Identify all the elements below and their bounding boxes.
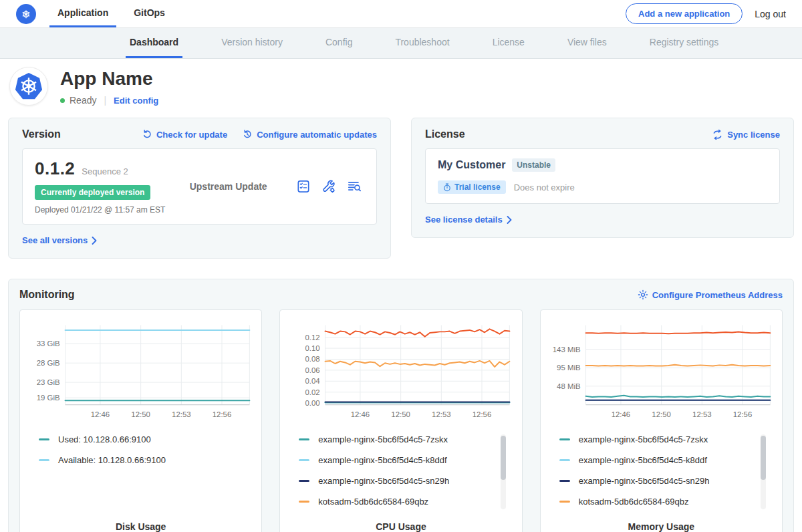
svg-text:143 MiB: 143 MiB — [552, 346, 580, 354]
tab-config[interactable]: Config — [321, 28, 356, 58]
tab-registry-settings[interactable]: Registry settings — [646, 28, 722, 58]
channel-badge: Unstable — [512, 158, 555, 172]
legend-swatch — [559, 480, 570, 482]
legend-swatch — [559, 459, 570, 461]
sequence-label: Sequence 2 — [82, 166, 128, 176]
legend-item: example-nginx-5bc6f5d4c5-k8ddf — [299, 455, 515, 465]
svg-text:0.06: 0.06 — [305, 366, 320, 374]
legend-item: Available: 10.128.0.66:9100 — [39, 455, 255, 465]
disk-usage-chart-title: Disk Usage — [27, 521, 255, 532]
legend-scrollbar[interactable] — [761, 434, 766, 509]
monitoring-section: Monitoring Configure Prom — [8, 279, 794, 532]
svg-text:12:56: 12:56 — [732, 410, 752, 418]
legend-swatch — [39, 459, 49, 461]
disk-usage-chart: 19 GiB23 GiB28 GiB33 GiB12:4612:5012:531… — [27, 319, 255, 425]
legend-item: example-nginx-5bc6f5d4c5-sn29h — [559, 476, 775, 486]
license-details-box: My Customer Unstable Trial license Does … — [425, 148, 780, 204]
legend-swatch — [559, 438, 570, 440]
refresh-icon — [142, 129, 152, 140]
tab-version-history[interactable]: Version history — [217, 28, 287, 58]
trial-license-badge: Trial license — [438, 180, 506, 194]
monitoring-title: Monitoring — [19, 289, 75, 301]
deploy-logs-icon[interactable] — [347, 179, 362, 194]
legend-label: Used: 10.128.0.66:9100 — [58, 434, 151, 444]
legend-scrollbar-thumb[interactable] — [501, 436, 506, 480]
configure-prometheus-link[interactable]: Configure Prometheus Address — [638, 289, 783, 300]
svg-text:12:56: 12:56 — [213, 410, 232, 418]
svg-text:0.04: 0.04 — [305, 377, 321, 385]
page-title: App Name — [60, 68, 158, 90]
legend-label: Available: 10.128.0.66:9100 — [58, 455, 166, 465]
see-all-versions-link[interactable]: See all versions — [22, 235, 97, 245]
memory-usage-chart-card: 48 MiB95 MiB143 MiB12:4612:5012:5312:56 … — [540, 309, 783, 532]
svg-text:19 GiB: 19 GiB — [37, 394, 60, 402]
clock-refresh-icon — [242, 129, 253, 140]
svg-text:12:50: 12:50 — [652, 410, 671, 418]
legend-label: example-nginx-5bc6f5d4c5-sn29h — [579, 476, 710, 486]
tab-troubleshoot[interactable]: Troubleshoot — [391, 28, 453, 58]
add-application-button[interactable]: Add a new application — [626, 3, 743, 24]
sync-license-label: Sync license — [727, 130, 780, 140]
ready-status-dot — [60, 98, 65, 103]
tab-dashboard[interactable]: Dashboard — [126, 28, 182, 58]
chevron-right-icon — [507, 216, 512, 224]
legend-scrollbar-thumb[interactable] — [761, 436, 766, 480]
see-license-details-link[interactable]: See license details — [425, 215, 512, 225]
svg-text:0.10: 0.10 — [305, 344, 320, 352]
svg-text:28 GiB: 28 GiB — [37, 359, 60, 367]
version-source-label: Upstream Update — [190, 181, 296, 192]
legend-item: example-nginx-5bc6f5d4c5-7zskx — [299, 434, 515, 444]
legend-swatch — [299, 438, 309, 440]
expiry-label: Does not expire — [514, 182, 575, 192]
release-notes-icon[interactable] — [296, 179, 311, 194]
svg-text:12:53: 12:53 — [432, 410, 451, 418]
legend-label: kotsadm-5db6dc6584-69qbz — [579, 497, 689, 507]
legend-label: example-nginx-5bc6f5d4c5-7zskx — [318, 434, 448, 444]
summary-cards-row: Version Check for update Configure au — [0, 115, 802, 259]
svg-text:0.00: 0.00 — [305, 399, 320, 407]
legend-scrollbar[interactable] — [501, 434, 506, 509]
legend-swatch — [299, 480, 309, 482]
cpu-usage-chart-title: CPU Usage — [287, 521, 515, 532]
svg-text:12:46: 12:46 — [351, 410, 370, 418]
svg-text:0.12: 0.12 — [305, 334, 320, 342]
configure-automatic-updates-label: Configure automatic updates — [257, 130, 377, 140]
stopwatch-icon — [443, 183, 451, 192]
see-license-details-label: See license details — [425, 215, 503, 225]
tab-view-files[interactable]: View files — [563, 28, 611, 58]
legend-swatch — [299, 459, 309, 461]
svg-text:12:53: 12:53 — [172, 410, 191, 418]
license-card-title: License — [425, 128, 465, 140]
svg-text:0.02: 0.02 — [305, 388, 320, 396]
svg-text:48 MiB: 48 MiB — [557, 382, 581, 390]
legend-label: example-nginx-5bc6f5d4c5-7zskx — [579, 434, 708, 444]
deployed-status-badge: Currently deployed version — [35, 185, 150, 200]
trial-license-label: Trial license — [454, 182, 501, 192]
legend-label: example-nginx-5bc6f5d4c5-k8ddf — [579, 455, 707, 465]
version-card: Version Check for update Configure au — [8, 118, 391, 259]
current-version-box: 0.1.2 Sequence 2 Currently deployed vers… — [22, 148, 377, 225]
config-wrench-icon[interactable] — [321, 179, 336, 194]
sync-license-link[interactable]: Sync license — [712, 130, 780, 140]
check-for-update-label: Check for update — [156, 130, 227, 140]
configure-automatic-updates-link[interactable]: Configure automatic updates — [242, 129, 377, 140]
logout-button[interactable]: Log out — [755, 9, 786, 19]
svg-text:23 GiB: 23 GiB — [37, 378, 60, 386]
legend-item: example-nginx-5bc6f5d4c5-k8ddf — [559, 455, 775, 465]
top-nav: Application GitOps Add a new application… — [0, 0, 802, 28]
topnav-tab-application[interactable]: Application — [49, 0, 116, 27]
svg-text:12:46: 12:46 — [91, 410, 110, 418]
cpu-usage-legend: example-nginx-5bc6f5d4c5-7zskx example-n… — [299, 434, 515, 515]
kubernetes-app-icon — [14, 72, 43, 101]
divider: | — [104, 95, 106, 106]
legend-item: example-nginx-5bc6f5d4c5-7zskx — [559, 434, 775, 444]
topnav-tab-gitops[interactable]: GitOps — [126, 0, 173, 27]
legend-item: kotsadm-5db6dc6584-69qbz — [559, 497, 775, 507]
tab-license[interactable]: License — [489, 28, 529, 58]
check-for-update-link[interactable]: Check for update — [142, 129, 227, 140]
disk-usage-legend: Used: 10.128.0.66:9100 Available: 10.128… — [39, 434, 255, 515]
svg-text:33 GiB: 33 GiB — [37, 340, 60, 348]
ready-status-label: Ready — [70, 95, 96, 106]
license-card: License Sync license My Customer Unstabl… — [411, 118, 794, 238]
edit-config-link[interactable]: Edit config — [114, 96, 158, 106]
